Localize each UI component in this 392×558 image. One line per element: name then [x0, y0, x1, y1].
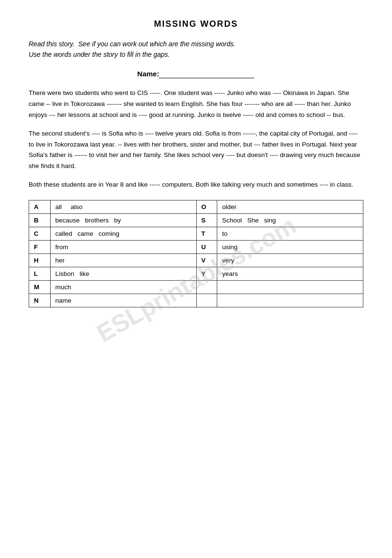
words-T: to — [217, 227, 363, 241]
letter-T: T — [196, 227, 217, 241]
letter-L: L — [29, 267, 51, 281]
words-Y: years — [217, 267, 363, 281]
words-N: name — [50, 294, 196, 307]
story-paragraph-3: Both these students are in Year 8 and li… — [29, 179, 363, 190]
letter-F: F — [29, 241, 51, 254]
story-paragraph-2: The second student's ---- is Sofia who i… — [29, 128, 363, 172]
words-F: from — [50, 241, 196, 254]
instructions: Read this story. See if you can work out… — [29, 39, 363, 60]
words-M: much — [50, 281, 196, 294]
name-line: Name: — [29, 70, 363, 78]
words-H: her — [50, 254, 196, 267]
name-label: Name: — [138, 70, 159, 78]
letter-M: M — [29, 281, 51, 294]
letter-A: A — [29, 200, 51, 214]
letter-O: O — [196, 200, 217, 214]
empty-right-letter — [196, 281, 217, 294]
empty-right-words-2 — [217, 294, 363, 307]
words-A: all also — [50, 200, 196, 214]
words-U: using — [217, 241, 363, 254]
words-V: very — [217, 254, 363, 267]
words-L: Lisbon like — [50, 267, 196, 281]
empty-right-words — [217, 281, 363, 294]
words-B: because brothers by — [50, 214, 196, 227]
letter-H: H — [29, 254, 51, 267]
letter-B: B — [29, 214, 51, 227]
letter-N: N — [29, 294, 51, 307]
words-O: older — [217, 200, 363, 214]
page-title: MISSING WORDS — [29, 19, 363, 29]
letter-Y: Y — [196, 267, 217, 281]
letter-C: C — [29, 227, 51, 241]
story-paragraph-1: There were two students who went to CIS … — [29, 88, 363, 121]
letter-U: U — [196, 241, 217, 254]
word-table: A all also O older B because brothers by… — [29, 200, 363, 307]
letter-V: V — [196, 254, 217, 267]
words-S: School She sing — [217, 214, 363, 227]
words-C: called came coming — [50, 227, 196, 241]
letter-S: S — [196, 214, 217, 227]
empty-right-letter-2 — [196, 294, 217, 307]
